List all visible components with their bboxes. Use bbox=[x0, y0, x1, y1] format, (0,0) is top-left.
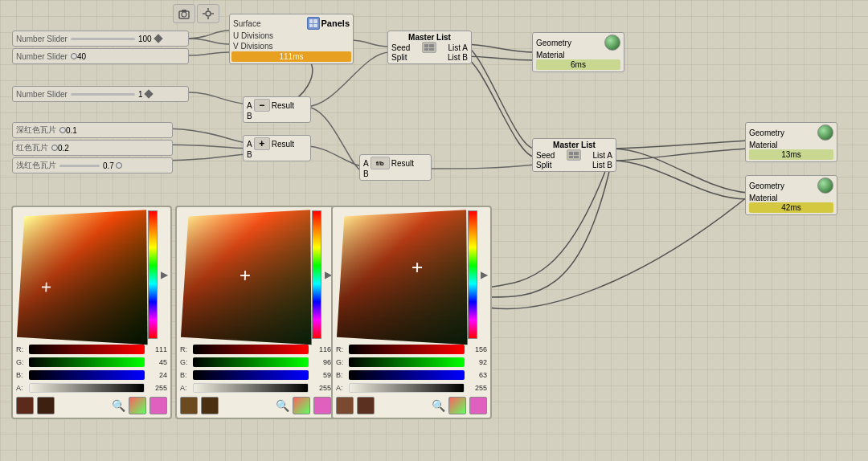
cp3-gradient-swatch[interactable] bbox=[448, 397, 466, 414]
cp2-g-value: 96 bbox=[312, 358, 331, 366]
cp1-pink-swatch[interactable] bbox=[149, 397, 167, 414]
math-div-row: A f/b Result bbox=[363, 157, 428, 169]
cp3-g-value: 92 bbox=[468, 358, 487, 366]
cp2-pink-swatch[interactable] bbox=[313, 397, 331, 414]
cp3-r-value: 156 bbox=[468, 345, 487, 353]
svg-rect-2 bbox=[182, 10, 186, 12]
cp3-r-bar[interactable] bbox=[349, 345, 465, 354]
cp1-eyedropper-icon[interactable]: 🔍 bbox=[112, 399, 125, 412]
cp3-color-square[interactable] bbox=[337, 210, 468, 345]
cp2-color-square[interactable] bbox=[181, 210, 312, 345]
cp2-g-bar[interactable] bbox=[193, 357, 309, 367]
cp3-swatch-2[interactable] bbox=[357, 397, 375, 414]
geo2-material: Material bbox=[749, 141, 833, 149]
settings-icon bbox=[202, 7, 215, 20]
cp2-swatch-2[interactable] bbox=[201, 397, 219, 414]
cp2-hue-bar[interactable] bbox=[312, 210, 321, 339]
slider-track-3[interactable] bbox=[71, 93, 135, 96]
cp1-swatch-1[interactable] bbox=[16, 397, 34, 414]
cp2-b-label: B: bbox=[180, 371, 193, 379]
ml1-grid-icon bbox=[422, 42, 436, 53]
cp1-b-bar[interactable] bbox=[29, 370, 145, 380]
slider-node-2: Number Slider 40 bbox=[12, 48, 189, 64]
panels-surface-label: Surface bbox=[233, 19, 260, 28]
math-minus-result: Result bbox=[272, 101, 294, 110]
toolbar bbox=[173, 4, 219, 23]
cp3-a-bar[interactable] bbox=[349, 383, 465, 393]
toolbar-btn-2[interactable] bbox=[197, 4, 219, 23]
tile-port-2 bbox=[51, 145, 58, 151]
cp2-b-value: 59 bbox=[312, 371, 331, 379]
geo2-header-row: Geometry bbox=[749, 124, 833, 141]
math-div-node: A f/b Result B bbox=[359, 154, 432, 181]
cp1-gradient-swatch[interactable] bbox=[129, 397, 146, 414]
geo1-header-row: Geometry bbox=[536, 35, 620, 51]
slider-track-tile3[interactable] bbox=[59, 165, 100, 167]
cp2-g-label: G: bbox=[180, 358, 193, 366]
cp1-g-bar[interactable] bbox=[29, 357, 145, 367]
ml2-split: Split bbox=[536, 161, 551, 169]
slider-track-1[interactable] bbox=[71, 38, 135, 40]
cp2-a-row: A: 255 bbox=[180, 382, 331, 394]
cp2-r-row: R: 116 bbox=[180, 344, 331, 355]
cp1-swatch-2[interactable] bbox=[37, 397, 55, 414]
geo-node-1: Geometry Material 6ms bbox=[532, 32, 624, 72]
slider-diamond-1 bbox=[154, 34, 162, 43]
cp1-r-bar[interactable] bbox=[29, 345, 145, 354]
cp1-g-value: 45 bbox=[148, 358, 167, 366]
slider-node-3: Number Slider 1 bbox=[12, 86, 189, 102]
ml1-listb: List B bbox=[448, 53, 468, 62]
slider-label-1: Number Slider bbox=[16, 35, 68, 43]
slider-diamond-3 bbox=[145, 89, 154, 98]
cp3-swatch-1[interactable] bbox=[336, 397, 354, 414]
tile-label-1: 深红色瓦片 bbox=[16, 124, 56, 136]
master-list-2-seed-row: Seed List A bbox=[536, 149, 612, 161]
cp1-b-value: 24 bbox=[148, 371, 167, 379]
cp2-eyedropper-icon[interactable]: 🔍 bbox=[276, 399, 289, 412]
cp2-a-bar[interactable] bbox=[193, 383, 309, 393]
cp2-r-bar[interactable] bbox=[193, 345, 309, 354]
geo2-label: Geometry bbox=[749, 129, 784, 137]
slider-node-1: Number Slider 100 bbox=[12, 31, 189, 47]
cp3-eyedropper-icon[interactable]: 🔍 bbox=[432, 399, 445, 412]
cp1-rgb-rows: R: 111 G: 45 B: 24 A: 255 bbox=[16, 344, 167, 394]
cp1-expand-btn[interactable]: ▶ bbox=[161, 210, 168, 339]
cp2-g-row: G: 96 bbox=[180, 357, 331, 368]
cp3-a-value: 255 bbox=[468, 384, 487, 392]
cp2-rgb-rows: R: 116 G: 96 B: 59 A: 255 bbox=[180, 344, 331, 394]
math-div-result: Result bbox=[391, 159, 414, 168]
cp1-hue-bar[interactable] bbox=[148, 210, 158, 339]
cp3-g-row: G: 92 bbox=[336, 357, 487, 368]
tile-node-3: 浅红色瓦片 0.7 bbox=[12, 157, 173, 173]
cp3-pink-swatch[interactable] bbox=[469, 397, 487, 414]
master-list-2-split-row: Split List B bbox=[536, 161, 612, 169]
cp3-hue-bar[interactable] bbox=[468, 210, 477, 339]
panels-label: Panels bbox=[321, 18, 350, 28]
cp1-color-square[interactable] bbox=[17, 210, 148, 345]
geo3-label: Geometry bbox=[749, 182, 784, 190]
geo1-material: Material bbox=[536, 51, 620, 59]
cp2-crosshair bbox=[240, 271, 250, 280]
ml1-split: Split bbox=[391, 53, 407, 62]
panels-time: 111ms bbox=[231, 51, 351, 62]
svg-point-3 bbox=[206, 11, 211, 16]
math-plus-a: A bbox=[247, 140, 252, 149]
geo3-material: Material bbox=[749, 194, 833, 202]
cp2-gradient-swatch[interactable] bbox=[293, 397, 310, 414]
cp3-b-bar[interactable] bbox=[349, 370, 465, 380]
ml1-lista: List A bbox=[448, 43, 468, 52]
tile-node-2: 红色瓦片 0.2 bbox=[12, 140, 173, 156]
cp2-swatch-1[interactable] bbox=[180, 397, 198, 414]
camera-icon bbox=[178, 7, 190, 20]
cp2-gradient-area: ▶ bbox=[180, 210, 331, 339]
toolbar-btn-1[interactable] bbox=[173, 4, 195, 23]
tile-port-1 bbox=[59, 127, 66, 133]
cp3-expand-btn[interactable]: ▶ bbox=[481, 210, 488, 339]
cp2-b-bar[interactable] bbox=[193, 370, 309, 380]
cp3-g-bar[interactable] bbox=[349, 357, 465, 367]
cp1-r-label: R: bbox=[16, 345, 29, 353]
cp3-a-row: A: 255 bbox=[336, 382, 487, 394]
slider-value-2: 40 bbox=[77, 52, 86, 61]
cp1-a-bar[interactable] bbox=[29, 383, 145, 393]
cp3-r-label: R: bbox=[336, 345, 349, 353]
